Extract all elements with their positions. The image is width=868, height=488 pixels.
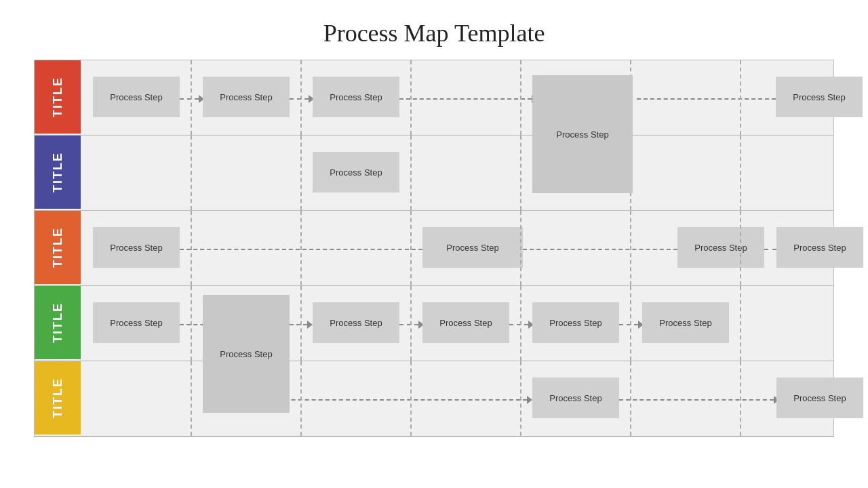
step-r4-3: Process Step (313, 302, 399, 343)
lane-content-2: Process Step (81, 136, 833, 210)
page-title: Process Map Template (323, 19, 545, 47)
step-r4-5: Process Step (532, 302, 619, 343)
swim-lane-4: Title Process Step Process Step (35, 286, 833, 361)
step-r5-5: Process Step (532, 378, 619, 418)
lane-label-4: Title (35, 286, 81, 359)
step-r5-7: Process Step (776, 378, 863, 418)
step-r3-6: Process Step (677, 227, 764, 268)
step-r1-last: Process Step (776, 77, 863, 117)
step-r3-4: Process Step (422, 227, 523, 268)
swim-lane-3: Title Process Step Process Step (35, 211, 833, 286)
step-r1-3: Process Step (313, 77, 399, 117)
step-r4-4: Process Step (422, 302, 509, 343)
lane-content-1: Process Step Process Step Process Step (81, 60, 833, 135)
swim-lane-5: Title Process Step Proc (35, 361, 833, 436)
tall-step-r4r5: Process Step (203, 295, 290, 413)
lane-label-2: Title (35, 136, 81, 209)
lane-label-3: Title (35, 211, 81, 284)
swim-lane-1: Title Process Step Process Step (35, 60, 833, 136)
step-r4-1: Process Step (93, 302, 180, 343)
process-map: Title Process Step Process Step (34, 60, 834, 437)
lane-label-5: Title (35, 361, 81, 434)
lane-content-3: Process Step Process Step Process Step (81, 211, 833, 285)
lane-label-1: Title (35, 60, 81, 134)
step-r1-2: Process Step (203, 77, 290, 117)
lane-content-5: Process Step Process Step (81, 361, 833, 436)
step-r4-6: Process Step (642, 302, 729, 343)
swim-lane-2: Title Process Step (35, 136, 833, 211)
step-r3-7: Process Step (776, 227, 863, 268)
lane-content-4: Process Step Process Step Process Step (81, 286, 833, 361)
step-r3-1: Process Step (93, 227, 180, 268)
tall-step-r1r2: Process Step (532, 75, 633, 193)
step-r2-3: Process Step (313, 152, 399, 192)
step-r1-1: Process Step (93, 77, 180, 117)
